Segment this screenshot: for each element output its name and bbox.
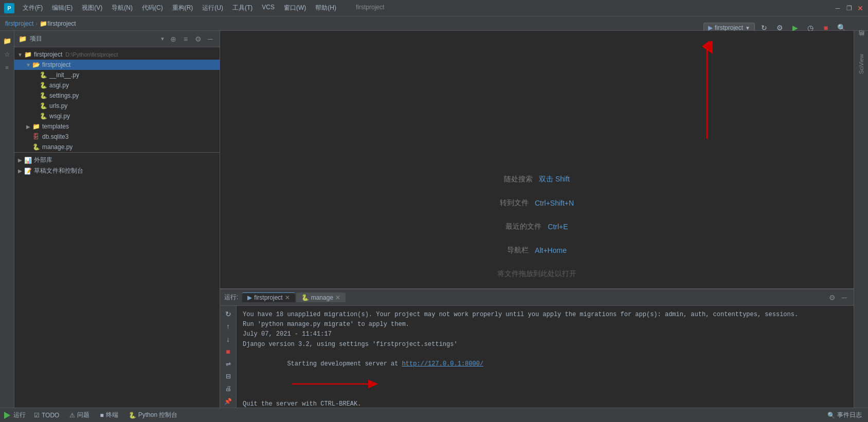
tree-item-scratches[interactable]: ▶ 📝 草稿文件和控制台 xyxy=(14,166,220,176)
problems-status-item[interactable]: ⚠ 问题 xyxy=(67,410,92,420)
tree-item-firstproject-folder[interactable]: ▼ 📂 firstproject xyxy=(14,60,220,70)
hint-navbar-shortcut: Alt+Home xyxy=(535,246,567,254)
expand-arrow-icon: ▼ xyxy=(25,61,32,68)
run-tab-firstproject[interactable]: ▶ firstproject ✕ xyxy=(242,292,295,302)
tree-item-settings[interactable]: 🐍 settings.py xyxy=(14,90,220,101)
menu-window[interactable]: 窗口(W) xyxy=(280,2,310,14)
tree-root-item[interactable]: ▼ 📁 firstproject D:\Python\firstproject xyxy=(14,49,220,60)
close-button[interactable]: ✕ xyxy=(857,5,864,12)
bookmark-icon[interactable]: ☆ xyxy=(2,48,13,60)
hint-dragdrop-label: 将文件拖放到此处以打开 xyxy=(497,269,576,279)
open-folder-icon: 📂 xyxy=(32,61,40,69)
red-arrow-right xyxy=(292,379,385,389)
menu-edit[interactable]: 编辑(E) xyxy=(48,2,77,14)
terminal-status-item[interactable]: ■ 终端 xyxy=(98,410,120,420)
menu-help[interactable]: 帮助(H) xyxy=(311,2,340,14)
tree-item-manage[interactable]: ▶ 🐍 manage.py xyxy=(14,142,220,152)
run-status-label: 运行 xyxy=(13,411,26,419)
menu-vcs[interactable]: VCS xyxy=(258,2,279,14)
stop-run-button[interactable]: ■ xyxy=(222,346,234,357)
bottom-panel: 运行: ▶ firstproject ✕ 🐍 manage ✕ ⚙ ─ xyxy=(220,288,854,422)
run-status-button[interactable]: 运行 xyxy=(4,411,26,419)
tree-bottom-section: ▶ 📊 外部库 ▶ 📝 草稿文件和控制台 xyxy=(14,152,220,178)
tree-item-db[interactable]: ▶ 🗄 db.sqlite3 xyxy=(14,132,220,142)
terminal-label: 终端 xyxy=(106,411,118,419)
project-view-icon[interactable]: 📁 xyxy=(2,35,13,46)
menu-refactor[interactable]: 重构(R) xyxy=(168,2,197,14)
menu-code[interactable]: 代码(C) xyxy=(138,2,167,14)
maximize-button[interactable]: ❐ xyxy=(845,5,853,12)
settings-icon[interactable]: ⚙ xyxy=(193,34,203,44)
db-file-label: db.sqlite3 xyxy=(42,133,68,140)
breadcrumb-item-2[interactable]: firstproject xyxy=(47,20,76,27)
file-tree-header: 📁 项目 ▼ ⊕ ≡ ⚙ ─ xyxy=(14,31,220,47)
tree-item-urls[interactable]: 🐍 urls.py xyxy=(14,101,220,111)
scroll-down-button[interactable]: ↓ xyxy=(222,334,234,344)
tree-item-asgi[interactable]: 🐍 asgi.py xyxy=(14,80,220,90)
minimize-panel-button[interactable]: ─ xyxy=(839,292,849,303)
wrap-button[interactable]: ⇌ xyxy=(222,359,234,369)
tree-item-templates[interactable]: ▶ 📁 templates xyxy=(14,121,220,132)
py-file-icon: 🐍 xyxy=(39,91,47,100)
python-console-status-item[interactable]: 🐍 Python 控制台 xyxy=(126,410,180,420)
scratches-label: 草稿文件和控制台 xyxy=(34,167,83,175)
firstproject-folder-label: firstproject xyxy=(42,61,70,68)
menu-file[interactable]: 文件(F) xyxy=(19,2,47,14)
hint-navbar-label: 导航栏 xyxy=(507,246,529,255)
py-file-icon: 🐍 xyxy=(39,112,47,120)
run-tab-manage-close-icon[interactable]: ✕ xyxy=(335,294,340,301)
settings-button[interactable]: ⚙ xyxy=(827,292,837,303)
templates-folder-label: templates xyxy=(42,123,69,130)
run-tabs: ▶ firstproject ✕ 🐍 manage ✕ xyxy=(242,292,823,302)
breadcrumb-item-1[interactable]: firstproject xyxy=(5,20,33,27)
py-file-icon: 🐍 xyxy=(32,143,40,151)
event-log-button[interactable]: 🔍 事件日志 xyxy=(825,410,864,420)
print-button[interactable]: 🖨 xyxy=(222,383,234,394)
hint-goto-file: 转到文件 Ctrl+Shift+N xyxy=(500,198,574,208)
tree-item-init[interactable]: 🐍 __init__.py xyxy=(14,70,220,80)
structure-sidebar-icon[interactable]: 结构 xyxy=(856,35,867,46)
run-tab-manage-label: manage xyxy=(311,294,333,301)
hint-goto-shortcut: Ctrl+Shift+N xyxy=(535,199,574,207)
bottom-panel-controls: ⚙ ─ xyxy=(827,292,849,303)
dropdown-icon[interactable]: ▼ xyxy=(160,36,165,42)
app-logo: P xyxy=(4,3,14,13)
run-tab-close-icon[interactable]: ✕ xyxy=(285,294,290,301)
editor-area: 随处搜索 双击 Shift 转到文件 Ctrl+Shift+N 最近的文件 Ct… xyxy=(220,31,854,422)
warning-icon: ⚠ xyxy=(69,412,75,419)
red-arrow-up xyxy=(699,41,715,144)
expand-all-button[interactable]: ⊕ xyxy=(168,34,178,44)
minimize-button[interactable]: ─ xyxy=(834,5,841,12)
rerun-button[interactable]: ↻ xyxy=(222,309,234,319)
tree-item-external-libs[interactable]: ▶ 📊 外部库 xyxy=(14,155,220,166)
file-tree-title: 项目 xyxy=(30,34,157,43)
menu-tools[interactable]: 工具(T) xyxy=(228,2,257,14)
tree-item-wsgi[interactable]: 🐍 wsgi.py xyxy=(14,111,220,121)
run-play-icon xyxy=(4,412,11,419)
server-link[interactable]: http://127.0.0.1:8000/ xyxy=(402,360,483,368)
menu-view[interactable]: 视图(V) xyxy=(78,2,106,14)
hint-goto-label: 转到文件 xyxy=(500,198,529,208)
file-tree-actions: ⊕ ≡ ⚙ ─ xyxy=(168,34,215,44)
menu-run[interactable]: 运行(U) xyxy=(198,2,227,14)
menu-nav[interactable]: 导航(N) xyxy=(107,2,137,14)
hint-search: 随处搜索 双击 Shift xyxy=(504,175,570,184)
pin-button[interactable]: 📌 xyxy=(222,396,234,407)
hide-panel-button[interactable]: ─ xyxy=(205,34,215,44)
run-tab-firstproject-label: firstproject xyxy=(254,294,282,301)
sciview-sidebar-icon[interactable]: SciView xyxy=(856,59,867,70)
structure-icon[interactable]: ≡ xyxy=(2,62,13,73)
root-path-label: D:\Python\firstproject xyxy=(65,51,118,58)
console-line-3: July 07, 2021 - 11:41:17 xyxy=(243,329,847,339)
todo-status-item[interactable]: ☑ TODO xyxy=(32,411,61,420)
python-console-label: Python 控制台 xyxy=(138,411,178,419)
menu-bar: 文件(F) 编辑(E) 视图(V) 导航(N) 代码(C) 重构(R) 运行(U… xyxy=(19,2,834,14)
hint-navbar: 导航栏 Alt+Home xyxy=(507,246,567,255)
collapse-all-button[interactable]: ≡ xyxy=(180,34,191,44)
todo-check-icon: ☑ xyxy=(34,412,40,419)
file-tree-panel: 📁 项目 ▼ ⊕ ≡ ⚙ ─ ▼ 📁 firstproject D:\Pytho… xyxy=(14,31,220,422)
run-tab-manage[interactable]: 🐍 manage ✕ xyxy=(296,292,346,302)
scroll-up-button[interactable]: ↑ xyxy=(222,321,234,332)
filter-button[interactable]: ⊟ xyxy=(222,371,234,381)
console-line-4: Django version 3.2, using settings 'firs… xyxy=(243,340,847,350)
